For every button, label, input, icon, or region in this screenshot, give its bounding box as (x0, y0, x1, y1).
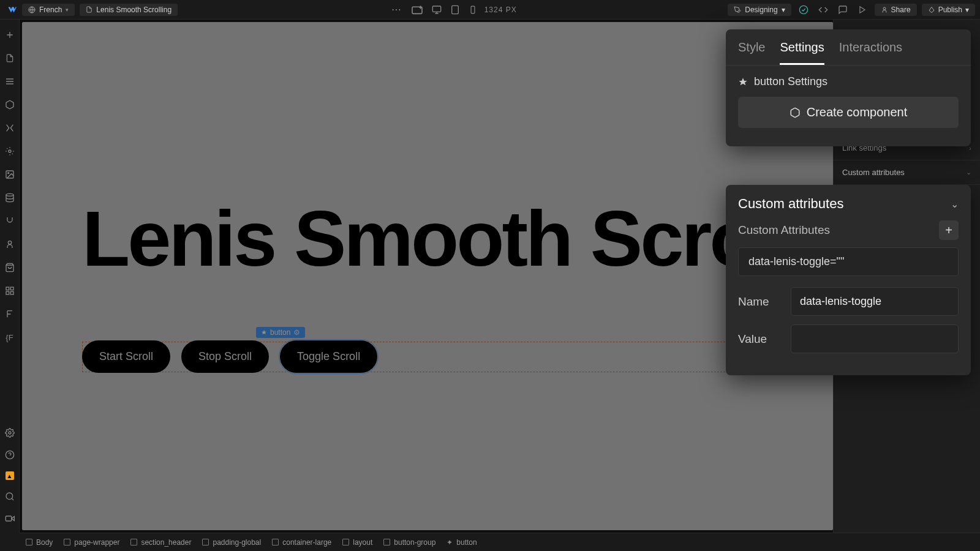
cursor-icon (738, 77, 748, 87)
apps-icon[interactable] (4, 285, 15, 296)
code-icon[interactable] (816, 2, 831, 17)
name-label: Name (738, 295, 781, 309)
svg-rect-4 (471, 6, 475, 13)
svg-rect-12 (6, 287, 9, 290)
style-manager-icon[interactable] (4, 146, 15, 157)
crumb-body[interactable]: Body (26, 538, 53, 547)
selection-tag-label: button (270, 328, 290, 337)
box-icon (202, 539, 209, 545)
crumb-layout[interactable]: layout (342, 538, 372, 547)
crumb-button[interactable]: ✦button (447, 538, 477, 547)
video-icon[interactable] (4, 513, 15, 524)
svg-point-18 (6, 493, 13, 500)
svg-point-7 (9, 150, 11, 152)
publish-label: Publish (938, 6, 962, 14)
canvas[interactable]: Lenis Smooth Scroll Start Scroll Stop Sc… (22, 22, 833, 530)
crumb-padding-global[interactable]: padding-global (202, 538, 261, 547)
element-label: button Settings (738, 75, 959, 88)
box-icon (26, 539, 32, 545)
value-label: Value (738, 332, 781, 346)
crumb-section-header[interactable]: section_header (130, 538, 191, 547)
start-scroll-button[interactable]: Start Scroll (82, 340, 170, 373)
create-component-button[interactable]: Create component (738, 97, 959, 128)
help-icon[interactable] (4, 449, 15, 460)
box-icon (64, 539, 70, 545)
chevron-right-icon: › (969, 144, 971, 152)
crumb-page-wrapper[interactable]: page-wrapper (64, 538, 119, 547)
finsweet-icon[interactable] (4, 309, 15, 320)
chevron-down-icon: ▾ (965, 6, 969, 14)
stop-scroll-button[interactable]: Stop Scroll (181, 340, 269, 373)
svg-rect-13 (10, 287, 13, 290)
check-icon[interactable] (796, 2, 811, 17)
logic-icon[interactable] (4, 216, 15, 227)
desktop-icon[interactable] (432, 5, 442, 15)
locale-selector[interactable]: French ▾ (22, 4, 75, 16)
mode-label: Designing (745, 6, 777, 14)
svg-point-10 (6, 193, 13, 196)
audit-warning-icon[interactable]: ▲ (6, 471, 14, 480)
publish-button[interactable]: Publish ▾ (922, 4, 975, 16)
users-icon[interactable] (4, 239, 15, 250)
tab-interactions[interactable]: Interactions (839, 40, 902, 65)
svg-point-6 (883, 7, 886, 10)
device-breakpoints (411, 5, 477, 15)
box-icon (272, 539, 279, 545)
tab-style[interactable]: Style (738, 40, 765, 65)
mode-toggle[interactable]: Designing ▾ (728, 4, 791, 16)
page-selector[interactable]: Lenis Smooth Scrolling (80, 4, 178, 16)
panel-header: Custom attributes ⌄ (738, 196, 959, 212)
name-input[interactable] (791, 287, 959, 316)
canvas-wrap: Lenis Smooth Scroll Start Scroll Stop Sc… (20, 20, 833, 533)
crumb-container-large[interactable]: container-large (272, 538, 331, 547)
link-icon: ✦ (447, 538, 453, 547)
breadcrumb: Body page-wrapper section_header padding… (20, 533, 980, 551)
name-field-row: Name (738, 287, 959, 316)
more-icon[interactable]: ⋯ (389, 2, 404, 17)
settings-icon[interactable] (4, 427, 15, 438)
selection-tag[interactable]: button ⚙ (256, 327, 305, 338)
panel-subtitle: Custom Attributes (738, 223, 830, 237)
assets-icon[interactable] (4, 169, 15, 180)
preview-icon[interactable] (855, 2, 870, 17)
tab-settings[interactable]: Settings (780, 40, 824, 65)
webflow-logo-icon[interactable] (5, 4, 17, 16)
hero-heading[interactable]: Lenis Smooth Scroll (82, 200, 794, 278)
panel-body: button Settings Create component (726, 66, 971, 138)
add-element-icon[interactable] (4, 29, 15, 40)
topbar-right: Designing ▾ Share Publish ▾ (728, 2, 975, 17)
svg-rect-2 (432, 6, 440, 12)
rail-bottom: ▲ (4, 427, 15, 533)
cms-icon[interactable] (4, 192, 15, 203)
svg-rect-19 (6, 516, 11, 521)
topbar-left: French ▾ Lenis Smooth Scrolling (5, 4, 178, 16)
components-icon[interactable] (4, 99, 15, 110)
pages-icon[interactable] (4, 53, 15, 64)
mobile-icon[interactable] (469, 5, 477, 15)
create-component-label: Create component (807, 105, 908, 119)
breakpoint-add-icon[interactable] (411, 5, 423, 15)
chevron-down-icon: ⌄ (966, 168, 971, 176)
search-icon[interactable] (4, 491, 15, 502)
tablet-icon[interactable] (450, 5, 460, 15)
crumb-button-group[interactable]: button-group (383, 538, 435, 547)
share-button[interactable]: Share (875, 4, 917, 16)
custom-attributes-row[interactable]: Custom attributes ⌄ (834, 160, 980, 185)
svg-point-16 (9, 432, 11, 434)
attribute-chip[interactable]: data-lenis-toggle="" (738, 247, 959, 276)
element-label-text: button Settings (754, 75, 827, 88)
comment-icon[interactable] (835, 2, 850, 17)
variables-icon[interactable] (4, 122, 15, 133)
curly-icon[interactable]: {F (4, 332, 15, 343)
toggle-scroll-button[interactable]: Toggle Scroll (280, 340, 377, 373)
ecommerce-icon[interactable] (4, 262, 15, 273)
value-input[interactable] (791, 324, 959, 353)
element-settings-panel: Style Settings Interactions button Setti… (726, 29, 971, 146)
navigator-icon[interactable] (4, 76, 15, 87)
chevron-down-icon[interactable]: ⌄ (951, 198, 959, 210)
svg-point-5 (799, 6, 807, 13)
add-attribute-button[interactable]: + (939, 220, 959, 240)
canvas-inner: Lenis Smooth Scroll Start Scroll Stop Sc… (22, 22, 833, 530)
left-rail: {F ▲ (0, 20, 20, 533)
selection-gear-icon[interactable]: ⚙ (293, 328, 300, 337)
